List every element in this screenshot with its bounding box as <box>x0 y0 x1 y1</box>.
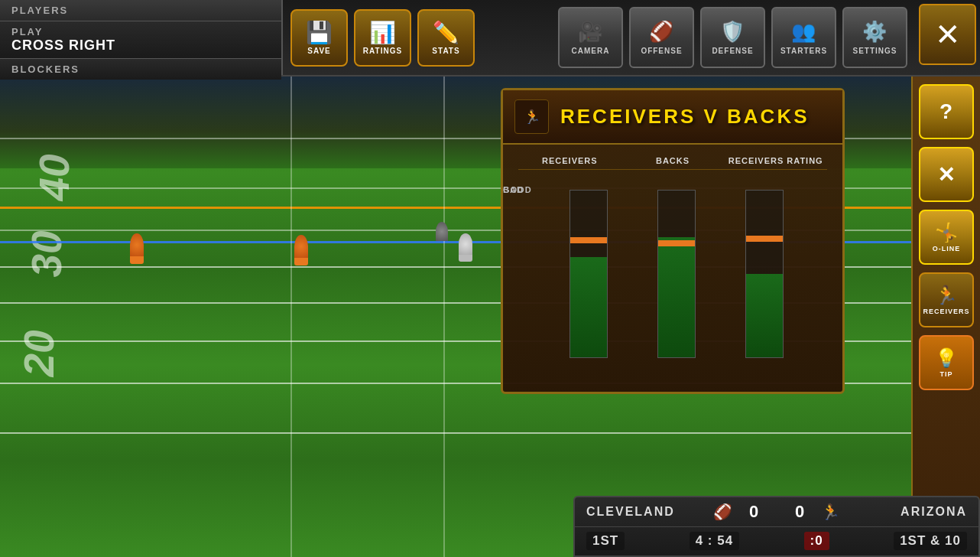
chart-container: RECEIVERS BACKS RECEIVERS RATING GOOD BA… <box>503 145 842 385</box>
chart-header-receivers-rating: RECEIVERS RATING <box>724 156 827 165</box>
help-icon: ? <box>939 99 953 124</box>
camera-button[interactable]: 🎥 CAMERA <box>558 7 623 68</box>
bar-marker-receivers <box>570 237 607 243</box>
settings-label: SETTINGS <box>852 47 897 55</box>
yard-line <box>0 432 980 434</box>
sidebar-close-icon: ✕ <box>937 162 956 187</box>
chart-y-bad: BAD <box>503 185 524 194</box>
tip-icon: 💡 <box>935 347 959 369</box>
bar-marker-backs <box>658 240 695 246</box>
ratings-icon: 📊 <box>369 20 397 45</box>
exit-button-top[interactable]: ✕ <box>919 4 976 65</box>
right-sidebar: ? ✕ 🤸 O-LINE 🏃 RECEIVERS 💡 TIP <box>911 77 980 557</box>
time-display: 4 : 54 <box>690 532 740 550</box>
starters-label: STARTERS <box>780 47 827 55</box>
player-sprite <box>459 233 472 262</box>
play-section: PLAY CROSS RIGHT <box>0 21 281 58</box>
save-button[interactable]: 💾 SAVE <box>290 9 348 67</box>
camera-controls-group: 🎥 CAMERA 🏈 OFFENSE 🛡️ DEFENSE 👥 STARTERS… <box>550 0 915 75</box>
play-clock-display: :0 <box>804 532 829 550</box>
team1-name: CLEVELAND <box>586 505 707 519</box>
defense-icon: 🛡️ <box>720 20 745 44</box>
yard-number-20: 20 <box>15 330 63 376</box>
bar-wrapper-receivers <box>570 190 608 358</box>
tip-button[interactable]: 💡 TIP <box>919 335 974 390</box>
stats-label: STATS <box>432 47 459 55</box>
bar-wrapper-backs <box>657 190 696 358</box>
ratings-button[interactable]: 📊 RATINGS <box>354 9 411 67</box>
offense-button[interactable]: 🏈 OFFENSE <box>629 7 694 68</box>
quarter-display: 1ST <box>586 532 625 550</box>
quarter-label: 1ST <box>592 533 618 548</box>
starters-icon: 👥 <box>791 20 816 44</box>
hash-mark <box>443 77 445 557</box>
team2-icon: 🏃 <box>821 503 840 521</box>
stats-icon: ✏️ <box>433 20 460 45</box>
camera-icon: 🎥 <box>578 20 603 44</box>
score-top-row: CLEVELAND 🏈 0 0 🏃 ARIZONA <box>575 497 978 527</box>
settings-button[interactable]: ⚙️ SETTINGS <box>842 7 907 68</box>
minutes: 4 <box>696 533 703 548</box>
score-bottom-row: 1ST 4 : 54 :0 1ST & 10 <box>575 527 978 556</box>
receivers-button[interactable]: 🏃 RECEIVERS <box>919 272 974 327</box>
bar-fill-backs <box>658 237 695 357</box>
chart-header-backs: BACKS <box>621 156 725 165</box>
stats-title-bar: 🏃 RECEIVERS v BACKS <box>503 90 842 145</box>
exit-icon-top: ✕ <box>935 17 961 52</box>
bar-backs <box>650 181 703 358</box>
play-clock: :0 <box>810 533 823 548</box>
sidebar-close-button[interactable]: ✕ <box>919 147 974 202</box>
oline-label: O-LINE <box>933 245 961 252</box>
player-sprite <box>294 235 308 265</box>
stats-title-icon: 🏃 <box>514 99 549 134</box>
bar-marker-receivers-rating <box>746 236 783 242</box>
play-name: CROSS RIGHT <box>11 37 270 54</box>
blockers-label: BLOCKERS <box>11 64 80 75</box>
settings-icon: ⚙️ <box>862 20 888 44</box>
players-label: PLAYERS <box>11 5 68 16</box>
seconds: 54 <box>717 533 733 548</box>
top-navigation-bar: PLAYERS PLAY CROSS RIGHT BLOCKERS 💾 SAVE… <box>0 0 980 77</box>
save-icon: 💾 <box>306 20 333 45</box>
oline-icon: 🤸 <box>935 222 959 243</box>
bar-wrapper-receivers-rating <box>745 190 784 358</box>
amp: & <box>930 533 945 548</box>
team2-name: ARIZONA <box>846 505 967 519</box>
camera-label: CAMERA <box>572 47 610 55</box>
yard-number-30: 30 <box>22 230 71 277</box>
team1-score: 0 <box>738 502 769 522</box>
receivers-label: RECEIVERS <box>923 308 969 315</box>
team1-icon: 🏈 <box>713 503 732 521</box>
stats-panel-title: RECEIVERS v BACKS <box>560 105 810 129</box>
play-text-label: PLAY <box>11 26 270 37</box>
save-label: SAVE <box>307 47 331 55</box>
chart-body: GOOD BAD <box>518 174 827 377</box>
blockers-section: BLOCKERS <box>0 58 281 80</box>
player-sprite <box>130 233 144 264</box>
play-info-panel: PLAYERS PLAY CROSS RIGHT BLOCKERS <box>0 0 283 75</box>
players-section: PLAYERS <box>0 0 281 21</box>
stats-panel: 🏃 RECEIVERS v BACKS RECEIVERS BACKS RECE… <box>501 88 845 394</box>
starters-button[interactable]: 👥 STARTERS <box>771 7 836 68</box>
bar-receivers-rating <box>738 181 791 358</box>
help-button[interactable]: ? <box>919 84 974 139</box>
tool-buttons-group: 💾 SAVE 📊 RATINGS ✏️ STATS <box>283 0 550 75</box>
tip-label: TIP <box>939 370 952 378</box>
defense-button[interactable]: 🛡️ DEFENSE <box>700 7 765 68</box>
bar-fill-receivers-rating <box>746 274 783 357</box>
chart-headers: RECEIVERS BACKS RECEIVERS RATING <box>518 152 827 170</box>
time-colon: : <box>708 533 717 548</box>
score-bar: CLEVELAND 🏈 0 0 🏃 ARIZONA 1ST 4 : 54 :0 … <box>573 496 980 557</box>
defense-label: DEFENSE <box>712 47 753 55</box>
offense-icon: 🏈 <box>649 20 674 44</box>
ratings-label: RATINGS <box>363 47 402 55</box>
player-sprite <box>436 222 448 241</box>
oline-button[interactable]: 🤸 O-LINE <box>919 210 974 265</box>
chart-header-receivers: RECEIVERS <box>518 156 621 165</box>
down-distance-display: 1ST & 10 <box>894 532 967 550</box>
down: 1ST <box>900 533 926 548</box>
receivers-icon: 🏃 <box>935 285 959 306</box>
offense-label: OFFENSE <box>641 47 682 55</box>
hash-mark <box>290 77 292 557</box>
stats-button[interactable]: ✏️ STATS <box>417 9 475 67</box>
